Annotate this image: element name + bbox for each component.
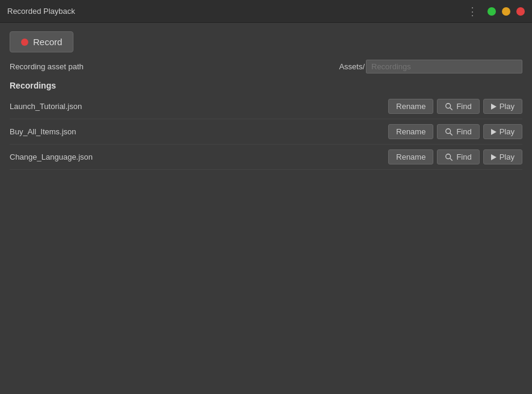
record-button[interactable]: Record: [10, 31, 73, 52]
rename-label: Rename: [396, 102, 425, 111]
assets-prefix: Assets/: [339, 62, 365, 71]
play-button[interactable]: Play: [483, 99, 522, 114]
find-button[interactable]: Find: [437, 99, 479, 114]
find-label: Find: [456, 127, 471, 136]
asset-path-row: Recording asset path Assets/: [10, 60, 522, 73]
asset-path-input[interactable]: [366, 60, 522, 73]
row-buttons: Rename Find Play: [388, 124, 522, 139]
table-row: Change_Language.json Rename Find: [10, 145, 522, 170]
play-button[interactable]: Play: [483, 149, 522, 164]
window-title: Recorded Playback: [7, 7, 75, 16]
asset-path-label: Recording asset path: [10, 62, 84, 71]
find-button[interactable]: Find: [437, 124, 479, 139]
svg-line-1: [451, 108, 453, 110]
more-options-icon[interactable]: ⋮: [467, 5, 479, 18]
play-icon: [491, 104, 496, 110]
rename-button[interactable]: Rename: [388, 124, 433, 139]
table-row: Buy_All_Items.json Rename Find: [10, 119, 522, 145]
row-buttons: Rename Find Play: [388, 149, 522, 164]
search-icon: [445, 102, 453, 111]
svg-point-2: [446, 128, 451, 133]
play-label: Play: [500, 127, 515, 136]
title-bar: Recorded Playback ⋮: [0, 0, 532, 23]
recording-name: Launch_Tutorial.json: [10, 102, 388, 111]
traffic-light-red[interactable]: [516, 7, 525, 16]
rename-label: Rename: [396, 152, 425, 161]
record-button-label: Record: [33, 37, 62, 47]
svg-point-0: [446, 103, 451, 108]
rename-label: Rename: [396, 127, 425, 136]
find-button[interactable]: Find: [437, 149, 479, 164]
rename-button[interactable]: Rename: [388, 99, 433, 114]
app-window: Recorded Playback ⋮ Record Recording ass…: [0, 0, 532, 394]
search-icon: [445, 153, 453, 161]
find-label: Find: [456, 102, 471, 111]
main-content: Record Recording asset path Assets/ Reco…: [0, 23, 532, 394]
recordings-section: Recordings Launch_Tutorial.json Rename F…: [10, 81, 522, 170]
svg-point-4: [446, 154, 451, 158]
play-button[interactable]: Play: [483, 124, 522, 139]
rename-button[interactable]: Rename: [388, 149, 433, 164]
traffic-light-yellow[interactable]: [502, 7, 510, 16]
svg-line-5: [451, 158, 453, 160]
title-bar-right: ⋮: [467, 5, 525, 18]
traffic-light-green[interactable]: [487, 7, 496, 16]
recording-name: Buy_All_Items.json: [10, 127, 388, 136]
find-label: Find: [456, 152, 471, 161]
record-dot-icon: [21, 39, 28, 46]
table-row: Launch_Tutorial.json Rename Find: [10, 94, 522, 119]
svg-line-3: [451, 133, 453, 135]
title-bar-left: Recorded Playback: [7, 7, 75, 16]
play-label: Play: [500, 152, 515, 161]
recordings-title: Recordings: [10, 81, 522, 90]
search-icon: [445, 128, 453, 136]
row-buttons: Rename Find Play: [388, 99, 522, 114]
play-icon: [491, 129, 496, 135]
play-icon: [491, 154, 496, 160]
recording-name: Change_Language.json: [10, 152, 388, 161]
asset-path-right: Assets/: [339, 60, 522, 73]
play-label: Play: [500, 102, 515, 111]
